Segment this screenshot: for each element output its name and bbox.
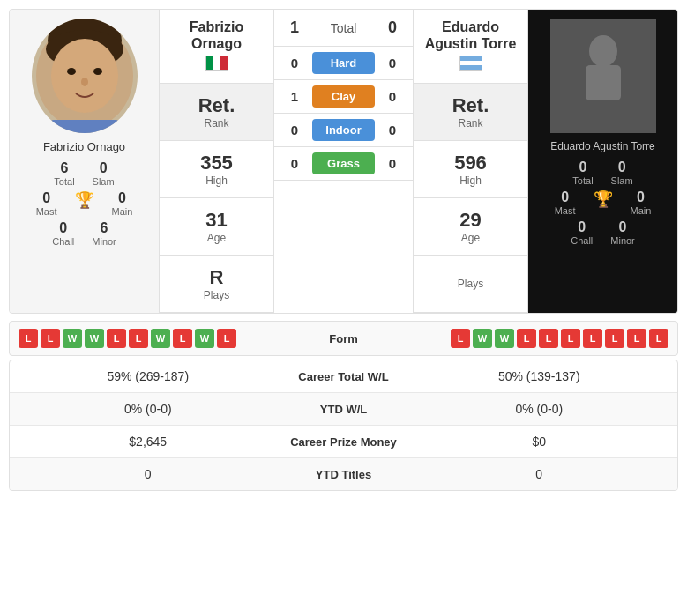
player2-name-block: Eduardo Agustin Torre [414,10,527,84]
form-section: LLWWLLWLWL Form LWWLLLLLLL [9,321,678,356]
player2-total: 0 Total [572,160,593,186]
stats-value-right: 0 [414,467,665,481]
player1-stats-row3: 0 Chall 6 Minor [52,220,116,247]
player1-name-line2: Ornago [168,35,265,52]
player2-name-line2: Agustin Torre [422,35,519,52]
stats-value-right: $0 [414,434,665,449]
form-badge: L [19,329,38,348]
trophy-icon-1: 🏆 [75,190,94,217]
svg-rect-7 [49,120,120,133]
player1-name-label: Fabrizio Ornago [43,140,125,153]
player2-stats: 0 Total 0 Slam 0 Mast 🏆 [555,160,652,249]
stats-value-right: 50% (139-137) [414,369,665,383]
player2-stats-row2: 0 Mast 🏆 0 Main [555,189,652,216]
player2-photo [550,19,656,133]
player1-rank-block: Ret. Rank [160,84,273,141]
player2-stats-row3: 0 Chall 0 Minor [571,219,635,246]
form-label: Form [300,332,388,345]
stats-row: $2,645Career Prize Money$0 [10,426,677,458]
player1-minor: 6 Minor [92,220,116,247]
stats-row-label: Career Prize Money [273,435,414,449]
stats-value-left: 0% (0-0) [23,402,273,416]
svg-point-8 [589,35,617,67]
form-badge: W [495,329,514,348]
hard-row: 0 Hard 0 [274,47,413,80]
stats-row: 0% (0-0)YTD W/L0% (0-0) [10,393,677,426]
player1-plays-block: R Plays [160,256,273,313]
form-badge: L [107,329,126,348]
player1-stats: 6 Total 0 Slam 0 Mast 🏆 [36,160,133,250]
grass-row: 0 Grass 0 [274,147,413,181]
stats-row: 0YTD Titles0 [10,458,677,490]
player2-flag-container [422,56,519,74]
player1-high-block: 355 High [160,141,273,198]
player2-age-block: 29 Age [414,198,527,256]
stats-row-label: YTD Titles [273,468,414,481]
player1-stats-row1: 6 Total 0 Slam [54,160,114,187]
form-badge: W [151,329,170,348]
stats-value-right: 0% (0-0) [414,402,665,416]
form-badge: L [561,329,580,348]
player1-total: 6 Total [54,160,74,187]
stats-value-left: 59% (269-187) [23,369,273,383]
form-badge: L [173,329,192,348]
player2-form-badges: LWWLLLLLLL [388,329,669,348]
stats-section: 59% (269-187)Career Total W/L50% (139-13… [9,360,678,491]
player1-info-panel: Fabrizio Ornago Ret. Rank 355 High 31 Ag… [160,10,274,313]
center-section: 1 Total 0 0 Hard 0 1 Clay 0 0 Indoor 0 [274,10,413,313]
stats-row: 59% (269-187)Career Total W/L50% (139-13… [10,360,677,393]
italy-flag-icon [205,56,228,71]
player1-chall: 0 Chall [52,220,74,247]
indoor-badge: Indoor [312,119,375,141]
player2-minor: 0 Minor [610,219,635,246]
player2-info-panel: Eduardo Agustin Torre Ret. Rank 596 High… [413,10,527,313]
grass-badge: Grass [312,152,375,174]
player1-name-line1: Fabrizio [168,19,265,35]
stats-value-left: $2,645 [23,434,273,449]
player1-age-block: 31 Age [160,198,273,256]
stats-value-left: 0 [23,467,273,481]
player1-slam: 0 Slam [93,160,115,187]
player1-photo [32,19,138,133]
player2-high-block: 596 High [414,141,527,198]
argentina-flag-icon [459,56,482,71]
player2-photo-panel: Eduardo Agustin Torre 0 Total 0 Slam 0 [527,10,677,313]
player2-main: 0 Main [631,189,652,216]
player2-silhouette-svg [572,32,634,120]
player1-main: 0 Main [112,190,133,217]
form-badge: L [649,329,668,348]
form-badge: L [41,329,60,348]
clay-badge: Clay [312,85,375,108]
player1-photo-svg [32,19,138,133]
stats-row-label: YTD W/L [273,403,414,416]
svg-point-5 [93,68,102,75]
players-section: Fabrizio Ornago 6 Total 0 Slam 0 Mast [9,9,678,314]
form-badge: W [195,329,214,348]
player2-rank-block: Ret. Rank [414,84,527,141]
player1-name-block: Fabrizio Ornago [160,10,273,84]
form-badge: L [627,329,646,348]
svg-point-4 [67,68,76,75]
trophy-icon-2: 🏆 [594,189,613,216]
form-badge: W [473,329,492,348]
player2-stats-row1: 0 Total 0 Slam [572,160,632,186]
main-container: Fabrizio Ornago 6 Total 0 Slam 0 Mast [0,0,687,500]
player1-stats-row2: 0 Mast 🏆 0 Main [36,190,133,217]
player2-mast: 0 Mast [555,189,576,216]
form-badge: W [63,329,82,348]
svg-point-3 [51,39,118,113]
player1-flag-container [168,56,265,74]
hard-badge: Hard [312,52,375,74]
player2-slam: 0 Slam [611,160,633,186]
player2-name-label: Eduardo Agustin Torre [550,140,655,152]
indoor-row: 0 Indoor 0 [274,114,413,147]
form-badge: L [217,329,236,348]
player2-name-line1: Eduardo [422,19,519,35]
form-badge: L [129,329,148,348]
player1-mast: 0 Mast [36,190,57,217]
form-badge: L [517,329,536,348]
clay-row: 1 Clay 0 [274,80,413,114]
form-badge: L [605,329,624,348]
total-row: 1 Total 0 [274,10,413,47]
player1-photo-panel: Fabrizio Ornago 6 Total 0 Slam 0 Mast [10,10,160,313]
